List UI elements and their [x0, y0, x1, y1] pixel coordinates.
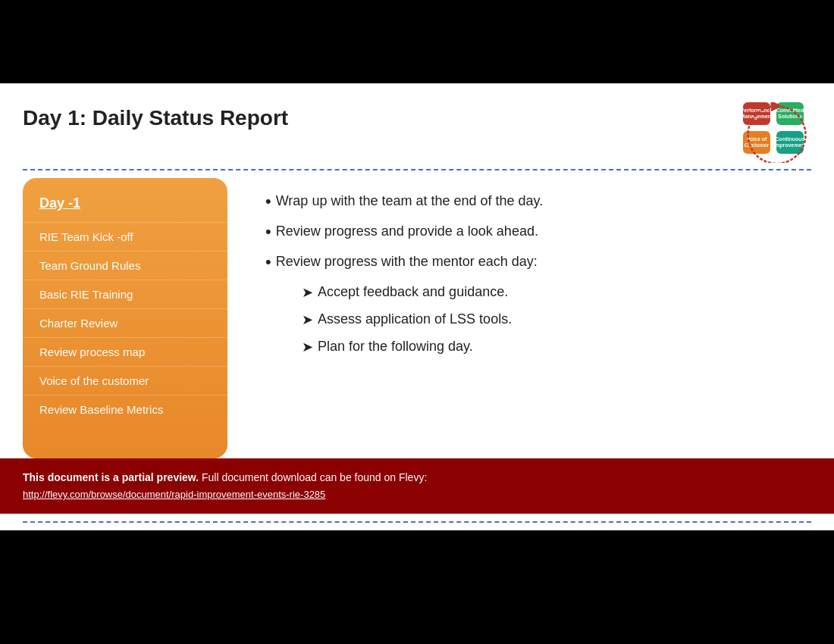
sub-bullet-1: ➤ Accept feedback and guidance. [302, 284, 789, 301]
diagram-container: Performance Management Committed Solutio… [743, 102, 811, 163]
diagram-box-red: Performance Management [743, 102, 770, 125]
bottom-banner: This document is a partial preview. Full… [0, 458, 834, 514]
header-divider [23, 169, 811, 170]
bottom-divider-area [0, 514, 834, 530]
diagram-box-orange: Voice of Customer [743, 131, 770, 154]
arrow-icon-2: ➤ [302, 311, 313, 328]
arrow-icon-1: ➤ [302, 284, 313, 301]
sub-bullet-2: ➤ Assess application of LSS tools. [302, 311, 789, 328]
sidebar-item-charter-review[interactable]: Charter Review [23, 308, 227, 337]
main-body: • Wrap up with the team at the end of th… [243, 178, 811, 458]
slide-content: Day -1 RIE Team Kick -off Team Ground Ru… [23, 178, 811, 458]
sidebar-item-review-process-map[interactable]: Review process map [23, 337, 227, 366]
slide-header: Day 1: Daily Status Report Performance M… [23, 98, 811, 163]
sidebar: Day -1 RIE Team Kick -off Team Ground Ru… [23, 178, 227, 458]
banner-bold-text: This document is a partial preview. [23, 471, 199, 483]
arrow-icon-3: ➤ [302, 339, 313, 355]
banner-link[interactable]: http://flevy.com/browse/document/rapid-i… [23, 489, 325, 500]
bullet-2: • Review progress and provide a look ahe… [265, 224, 789, 240]
sub-bullet-3: ➤ Plan for the following day. [302, 339, 789, 355]
sidebar-item-rie-kick-off[interactable]: RIE Team Kick -off [23, 222, 227, 251]
bullet-dot-2: • [265, 224, 271, 240]
sub-bullets: ➤ Accept feedback and guidance. ➤ Assess… [302, 284, 789, 355]
diagram-box-teal: Continuous Improvement [776, 131, 804, 154]
sidebar-item-review-baseline-metrics[interactable]: Review Baseline Metrics [23, 395, 227, 424]
sidebar-item-basic-rie-training[interactable]: Basic RIE Training [23, 280, 227, 308]
bottom-black-bar [0, 530, 834, 614]
top-black-bar [0, 0, 834, 83]
bullet-1: • Wrap up with the team at the end of th… [265, 193, 789, 210]
bullet-dot-3: • [265, 254, 271, 270]
bullet-dot-1: • [265, 193, 271, 210]
bullet-3: • Review progress with the mentor each d… [265, 254, 789, 270]
banner-normal-text: Full document download can be found on F… [199, 471, 427, 483]
slide-title: Day 1: Daily Status Report [23, 98, 288, 130]
sidebar-item-voice-of-customer[interactable]: Voice of the customer [23, 366, 227, 395]
sidebar-item-team-ground-rules[interactable]: Team Ground Rules [23, 251, 227, 280]
bottom-divider [23, 521, 811, 523]
banner-text: This document is a partial preview. Full… [23, 469, 811, 503]
slide-area: Day 1: Daily Status Report Performance M… [0, 83, 834, 458]
diagram-box-green: Committed Solutions [776, 102, 804, 125]
sidebar-day-label: Day -1 [23, 189, 97, 222]
